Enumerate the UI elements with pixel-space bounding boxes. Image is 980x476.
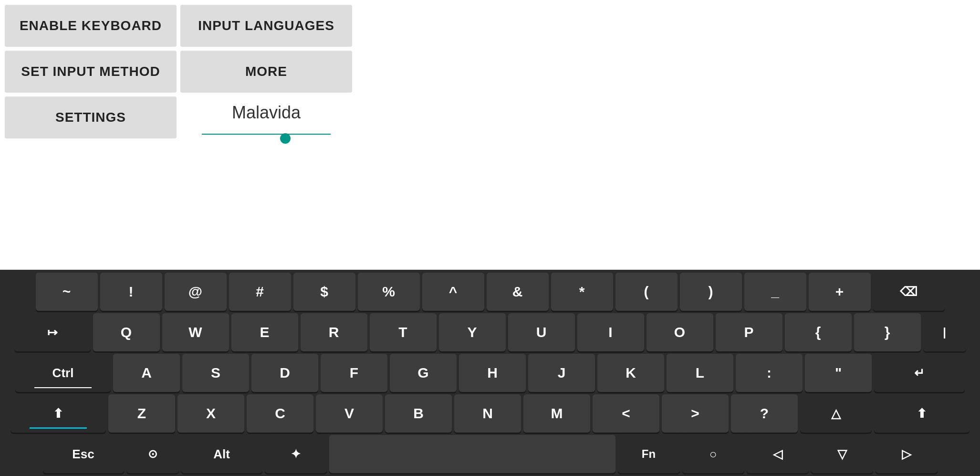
key-z[interactable]: Z [108, 394, 175, 433]
keyboard: ~ ! @ # $ % ^ & * ( ) _ + ⌫ ↦ Q W E R T … [0, 270, 980, 476]
key-rbrace[interactable]: } [854, 313, 921, 351]
key-less[interactable]: < [593, 394, 659, 433]
key-triangle[interactable]: △ [800, 394, 872, 433]
key-enter[interactable]: ↵ [874, 354, 965, 392]
malavida-text: Malavida [232, 103, 301, 123]
key-t[interactable]: T [370, 313, 437, 351]
key-colon[interactable]: : [736, 354, 803, 392]
shift-underline [30, 427, 87, 429]
set-input-method-button[interactable]: SET INPUT METHOD [5, 51, 177, 93]
key-e[interactable]: E [231, 313, 298, 351]
key-h[interactable]: H [459, 354, 526, 392]
input-languages-button[interactable]: INPUT LANGUAGES [180, 5, 352, 47]
key-y[interactable]: Y [439, 313, 506, 351]
key-backspace[interactable]: ⌫ [873, 273, 945, 311]
key-space[interactable] [329, 435, 615, 473]
keyboard-row-qwerty: ↦ Q W E R T Y U I O P { } | [2, 313, 978, 351]
key-lbrace[interactable]: { [785, 313, 852, 351]
key-lparen[interactable]: ( [615, 273, 678, 311]
key-v[interactable]: V [316, 394, 383, 433]
key-settings-icon[interactable]: ⊙ [126, 435, 179, 473]
key-greater[interactable]: > [662, 394, 729, 433]
malavida-cursor [280, 133, 291, 144]
key-alt[interactable]: Alt [181, 435, 262, 473]
key-p[interactable]: P [716, 313, 782, 351]
key-exclaim[interactable]: ! [100, 273, 162, 311]
key-asterisk[interactable]: * [551, 273, 613, 311]
keyboard-row-bottom: Esc ⊙ Alt ✦ Fn ○ ◁ ▽ ▷ [2, 435, 978, 473]
key-b[interactable]: B [385, 394, 452, 433]
key-s[interactable]: S [182, 354, 249, 392]
key-diamond[interactable]: ✦ [265, 435, 327, 473]
key-percent[interactable]: % [358, 273, 420, 311]
key-u[interactable]: U [508, 313, 575, 351]
key-ampersand[interactable]: & [487, 273, 549, 311]
key-i[interactable]: I [577, 313, 644, 351]
key-w[interactable]: W [162, 313, 229, 351]
malavida-input-area[interactable]: Malavida [180, 96, 352, 138]
key-c[interactable]: C [247, 394, 313, 433]
key-tilde[interactable]: ~ [36, 273, 98, 311]
key-o[interactable]: O [646, 313, 713, 351]
key-j[interactable]: J [528, 354, 595, 392]
key-f[interactable]: F [321, 354, 387, 392]
key-rparen[interactable]: ) [680, 273, 742, 311]
key-n[interactable]: N [454, 394, 521, 433]
enable-keyboard-button[interactable]: ENABLE KEYBOARD [5, 5, 177, 47]
key-q[interactable]: Q [93, 313, 160, 351]
key-pipe[interactable]: | [923, 313, 966, 351]
key-shift-right[interactable]: ⬆ [874, 394, 970, 433]
key-g[interactable]: G [390, 354, 457, 392]
key-ctrl[interactable]: Ctrl [15, 354, 111, 392]
key-home-circle[interactable]: ○ [682, 435, 744, 473]
more-button[interactable]: MORE [180, 51, 352, 93]
key-d[interactable]: D [251, 354, 318, 392]
settings-button[interactable]: SETTINGS [5, 96, 177, 138]
keyboard-row-asdf: Ctrl A S D F G H J K L : " ↵ [2, 354, 978, 392]
key-k[interactable]: K [597, 354, 664, 392]
key-esc[interactable]: Esc [43, 435, 124, 473]
key-shift-left[interactable]: ⬆ [10, 394, 106, 433]
key-back-arrow[interactable]: ◁ [747, 435, 809, 473]
malavida-underline [202, 134, 331, 135]
keyboard-row-zxcv: ⬆ Z X C V B N M < > ? △ ⬆ [2, 394, 978, 433]
ctrl-underline [34, 387, 92, 388]
key-question[interactable]: ? [731, 394, 798, 433]
key-down-triangle[interactable]: ▽ [811, 435, 873, 473]
key-dollar[interactable]: $ [293, 273, 355, 311]
top-menu: ENABLE KEYBOARD INPUT LANGUAGES SET INPU… [0, 0, 358, 138]
key-quote[interactable]: " [805, 354, 872, 392]
key-hash[interactable]: # [229, 273, 291, 311]
key-x[interactable]: X [177, 394, 244, 433]
key-underscore[interactable]: _ [744, 273, 806, 311]
key-caret[interactable]: ^ [422, 273, 484, 311]
key-a[interactable]: A [113, 354, 180, 392]
key-tab[interactable]: ↦ [14, 313, 91, 351]
keyboard-row-symbols: ~ ! @ # $ % ^ & * ( ) _ + ⌫ [2, 273, 978, 311]
key-l[interactable]: L [667, 354, 733, 392]
key-plus[interactable]: + [809, 273, 871, 311]
key-m[interactable]: M [523, 394, 590, 433]
key-r[interactable]: R [301, 313, 367, 351]
key-at[interactable]: @ [165, 273, 227, 311]
key-forward-arrow[interactable]: ▷ [876, 435, 938, 473]
key-fn[interactable]: Fn [618, 435, 680, 473]
